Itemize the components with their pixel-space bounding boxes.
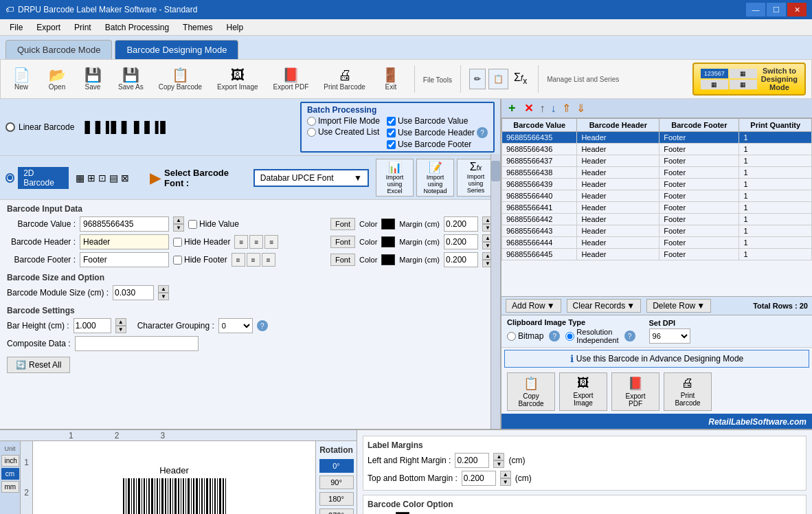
use-barcode-footer-checkbox[interactable] [387, 140, 396, 149]
value-spin-down[interactable]: ▼ [173, 224, 184, 232]
advance-designing-button[interactable]: ℹ Use this Barcode in Advance Designing … [504, 350, 809, 368]
value-color-box[interactable] [381, 219, 395, 230]
barcode-value-input[interactable] [80, 216, 169, 232]
module-size-up[interactable]: ▲ [158, 285, 169, 293]
toolbar-copy-barcode-button[interactable]: 📋 Copy Barcode [154, 65, 207, 93]
minimize-button[interactable]: — [746, 3, 765, 16]
hide-value-label[interactable]: Hide Value [188, 219, 239, 229]
rotation-0-button[interactable]: 0° [319, 459, 354, 473]
module-size-down[interactable]: ▼ [158, 293, 169, 300]
lr-spin-down[interactable]: ▼ [493, 460, 504, 468]
resolution-help[interactable]: ? [624, 331, 635, 342]
manage-list-btn1[interactable]: ✏ [469, 69, 486, 89]
use-barcode-value-label[interactable]: Use Barcode Value [387, 116, 488, 126]
table-row[interactable]: 96885566441 Header Footer 1 [502, 202, 812, 214]
hide-header-label[interactable]: Hide Header [173, 237, 230, 247]
menu-file[interactable]: File [3, 21, 30, 34]
value-font-button[interactable]: Font [330, 218, 355, 230]
resolution-radio[interactable] [565, 332, 574, 341]
barcode-footer-input[interactable] [80, 252, 169, 267]
menu-help[interactable]: Help [219, 21, 250, 34]
table-row[interactable]: 96885566436 Header Footer 1 [502, 144, 812, 155]
bar-height-input[interactable] [74, 318, 111, 333]
header-color-box[interactable] [381, 236, 395, 247]
use-barcode-footer-label[interactable]: Use Barcode Footer [387, 139, 488, 149]
scrollbar-thumb[interactable] [491, 161, 500, 181]
header-align-center[interactable]: ≡ [249, 235, 263, 249]
batch-header-help[interactable]: ? [477, 127, 488, 138]
bar-height-down[interactable]: ▼ [115, 326, 126, 333]
char-group-select[interactable]: 0 [218, 318, 253, 333]
footer-color-box[interactable] [381, 254, 395, 265]
bar-height-up[interactable]: ▲ [115, 318, 126, 326]
hide-footer-checkbox[interactable] [173, 256, 182, 265]
maximize-button[interactable]: ☐ [767, 3, 786, 16]
switch-designing-mode-button[interactable]: 123567 ▦ ▦ ▦ Switch to Designing Mode [692, 63, 806, 96]
footer-align-left[interactable]: ≡ [232, 253, 245, 267]
2d-barcode-radio[interactable]: 2D Barcode [5, 167, 69, 189]
left-panel-scrollbar[interactable] [490, 154, 500, 429]
tb-spin-up[interactable]: ▲ [500, 471, 511, 478]
char-group-help[interactable]: ? [257, 320, 268, 331]
font-select-dropdown[interactable]: Databar UPCE Font ▼ [253, 169, 369, 187]
tab-quick-barcode[interactable]: Quick Barcode Mode [5, 40, 112, 59]
header-margin-input[interactable] [444, 234, 478, 249]
toolbar-export-pdf-button[interactable]: 📕 Export PDF [269, 65, 314, 93]
tb-margin-input[interactable] [462, 471, 496, 486]
value-margin-input[interactable] [444, 216, 478, 232]
toolbar-export-image-button[interactable]: 🖼 Export Image [212, 65, 262, 93]
hide-value-checkbox[interactable] [188, 220, 197, 229]
lr-margin-input[interactable] [455, 453, 489, 468]
tab-barcode-designing[interactable]: Barcode Designing Mode [115, 40, 238, 59]
toolbar-print-button[interactable]: 🖨 Print Barcode [319, 65, 370, 93]
footer-font-button[interactable]: Font [330, 254, 355, 266]
module-size-input[interactable] [113, 285, 154, 300]
move-bottom-btn[interactable]: ⇓ [575, 102, 587, 115]
cm-unit-button[interactable]: cm [1, 468, 19, 480]
import-excel-button[interactable]: 📊 ImportusingExcel [376, 159, 414, 197]
table-row[interactable]: 96885566440 Header Footer 1 [502, 190, 812, 202]
bitmap-help[interactable]: ? [549, 331, 560, 342]
header-align-left[interactable]: ≡ [234, 235, 248, 249]
rotation-180-button[interactable]: 180° [319, 492, 354, 506]
move-down-btn[interactable]: ↓ [550, 102, 558, 115]
hide-header-checkbox[interactable] [173, 238, 182, 247]
menu-themes[interactable]: Themes [176, 21, 219, 34]
use-barcode-value-checkbox[interactable] [387, 117, 396, 126]
footer-align-right[interactable]: ≡ [262, 253, 275, 267]
header-align-right[interactable]: ≡ [264, 235, 278, 249]
rotation-270-button[interactable]: 270° [319, 509, 354, 514]
menu-print[interactable]: Print [67, 21, 98, 34]
bitmap-radio[interactable] [507, 332, 516, 341]
dpi-select[interactable]: 96 150 300 [649, 328, 690, 344]
table-row[interactable]: 96885566435 Header Footer 1 [502, 132, 812, 144]
table-row[interactable]: 96885566442 Header Footer 1 [502, 214, 812, 225]
use-created-list-label[interactable]: Use Created List [307, 127, 380, 137]
linear-barcode-radio[interactable]: Linear Barcode [5, 122, 74, 132]
delete-row-button[interactable]: Delete Row ▼ [646, 299, 711, 313]
export-image-bottom-button[interactable]: 🖼 ExportImage [559, 372, 607, 411]
use-created-list-radio[interactable] [307, 128, 316, 137]
menu-export[interactable]: Export [30, 21, 67, 34]
table-row[interactable]: 96885566444 Header Footer 1 [502, 237, 812, 249]
use-barcode-header-checkbox[interactable] [387, 128, 396, 137]
bitmap-label[interactable]: Bitmap [507, 331, 543, 341]
copy-barcode-bottom-button[interactable]: 📋 CopyBarcode [507, 372, 555, 411]
table-row[interactable]: 96885566438 Header Footer 1 [502, 167, 812, 179]
footer-align-center[interactable]: ≡ [247, 253, 260, 267]
toolbar-exit-button[interactable]: 🚪 Exit [376, 65, 406, 93]
barcode-header-input[interactable] [80, 234, 169, 249]
export-pdf-bottom-button[interactable]: 📕 ExportPDF [611, 372, 659, 411]
manage-list-btn2[interactable]: 📋 [488, 69, 508, 89]
toolbar-open-button[interactable]: 📂 Open [42, 65, 72, 93]
print-barcode-bottom-button[interactable]: 🖨 PrintBarcode [664, 372, 712, 411]
table-row[interactable]: 96885566443 Header Footer 1 [502, 225, 812, 237]
reset-all-button[interactable]: 🔄 Reset All [7, 357, 70, 373]
move-top-btn[interactable]: ⇑ [561, 102, 572, 115]
move-up-btn[interactable]: ↑ [539, 102, 547, 115]
mm-unit-button[interactable]: mm [1, 481, 19, 493]
close-button[interactable]: ✕ [787, 3, 807, 16]
footer-margin-input[interactable] [444, 252, 478, 267]
table-row[interactable]: 96885566437 Header Footer 1 [502, 155, 812, 167]
import-file-mode-label[interactable]: Import File Mode [307, 116, 380, 126]
